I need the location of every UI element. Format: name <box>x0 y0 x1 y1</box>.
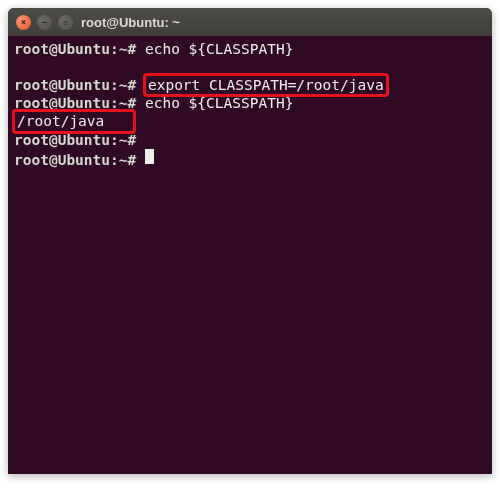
command-text: export CLASSPATH=/root/java <box>148 77 384 93</box>
command-text: echo ${CLASSPATH} <box>145 41 293 57</box>
terminal-line: root@Ubuntu:~# export CLASSPATH=/root/ja… <box>14 76 486 94</box>
terminal-body[interactable]: root@Ubuntu:~# echo ${CLASSPATH} root@Ub… <box>8 36 492 474</box>
prompt: root@Ubuntu:~# <box>14 132 136 148</box>
output-text: /root/java <box>17 113 104 129</box>
window-controls: × − ▫ <box>16 15 73 30</box>
svg-rect-0 <box>145 149 154 164</box>
prompt: root@Ubuntu:~# <box>14 77 136 93</box>
terminal-line: root@Ubuntu:~# echo ${CLASSPATH} <box>14 40 486 58</box>
prompt: root@Ubuntu:~# <box>14 41 136 57</box>
prompt: root@Ubuntu:~# <box>14 152 136 168</box>
maximize-icon: ▫ <box>63 17 68 27</box>
terminal-line: /root/java <box>14 112 486 130</box>
command-text: echo ${CLASSPATH} <box>145 95 293 111</box>
cursor-icon <box>145 149 154 168</box>
titlebar[interactable]: × − ▫ root@Ubuntu: ~ <box>8 8 492 36</box>
maximize-button[interactable]: ▫ <box>58 15 73 30</box>
terminal-line: root@Ubuntu:~# <box>14 149 486 169</box>
minimize-icon: − <box>42 17 47 27</box>
terminal-line: root@Ubuntu:~# <box>14 131 486 149</box>
terminal-window: × − ▫ root@Ubuntu: ~ root@Ubuntu:~# echo… <box>8 8 492 474</box>
window-title: root@Ubuntu: ~ <box>81 15 180 30</box>
close-icon: × <box>21 17 26 27</box>
minimize-button[interactable]: − <box>37 15 52 30</box>
close-button[interactable]: × <box>16 15 31 30</box>
